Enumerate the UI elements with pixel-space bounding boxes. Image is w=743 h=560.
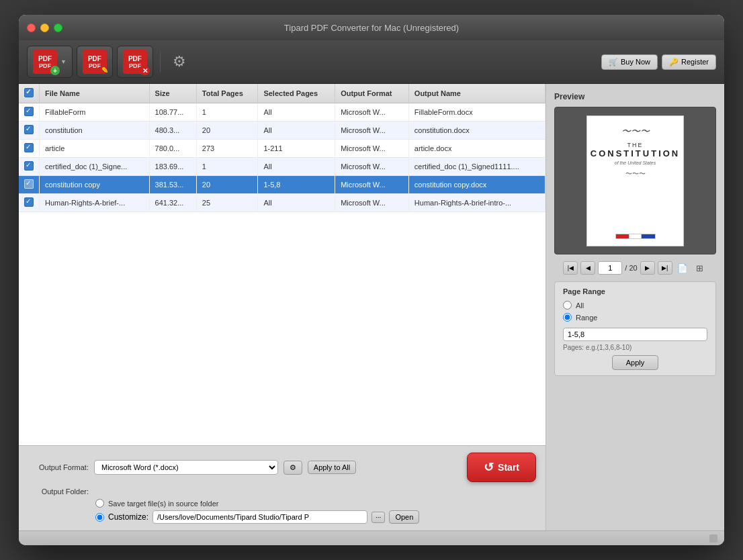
col-header-filename: File Name bbox=[40, 84, 150, 103]
register-button[interactable]: 🔑 Register bbox=[662, 54, 716, 70]
all-radio[interactable] bbox=[563, 301, 572, 310]
table-row[interactable]: article780.0...2731-211Microsoft W...art… bbox=[19, 140, 545, 158]
range-option: Range bbox=[563, 313, 707, 322]
row-cell: constitution copy bbox=[40, 176, 150, 194]
page-number-input[interactable] bbox=[598, 261, 622, 275]
row-cell: article bbox=[40, 140, 150, 158]
close-button[interactable] bbox=[27, 24, 36, 32]
row-cell: Microsoft W... bbox=[335, 158, 409, 176]
row-checkbox[interactable] bbox=[24, 107, 34, 116]
traffic-lights bbox=[27, 24, 62, 32]
format-settings-button[interactable]: ⚙ bbox=[283, 461, 302, 475]
row-cell: All bbox=[258, 122, 335, 140]
file-table: File Name Size Total Pages Selected Page… bbox=[19, 84, 545, 445]
minimize-button[interactable] bbox=[40, 24, 49, 32]
start-button[interactable]: ↺ Start bbox=[467, 453, 536, 482]
row-cell: FillableForm bbox=[40, 103, 150, 122]
row-cell: 1-5,8 bbox=[258, 176, 335, 194]
row-cell: Human-Rights-A-brief-... bbox=[40, 194, 150, 212]
document-grid-icon[interactable]: ⊞ bbox=[693, 261, 707, 275]
window-title: Tipard PDF Converter for Mac (Unregister… bbox=[284, 23, 459, 33]
top-right-buttons: 🛒 Buy Now 🔑 Register bbox=[601, 54, 716, 70]
row-checkbox[interactable] bbox=[24, 125, 34, 134]
row-cell: 1 bbox=[196, 103, 258, 122]
preview-label: Preview bbox=[554, 92, 716, 101]
flag-red bbox=[616, 234, 629, 238]
edit-pdf-icon: PDF ✎ bbox=[83, 50, 107, 74]
settings-pdf-button[interactable]: PDF ✕ bbox=[117, 46, 153, 78]
buy-now-button[interactable]: 🛒 Buy Now bbox=[601, 54, 658, 70]
open-button[interactable]: Open bbox=[389, 510, 419, 524]
main-content: File Name Size Total Pages Selected Page… bbox=[19, 84, 724, 530]
row-cell: All bbox=[258, 194, 335, 212]
row-checkbox[interactable] bbox=[24, 179, 34, 189]
add-pdf-button[interactable]: PDF + ▼ bbox=[27, 46, 73, 78]
edit-pdf-button[interactable]: PDF ✎ bbox=[77, 46, 113, 78]
browse-button[interactable]: ··· bbox=[372, 512, 385, 523]
range-hint: Pages: e.g.(1,3,6,8-10) bbox=[563, 344, 707, 351]
customize-radio[interactable] bbox=[95, 513, 104, 522]
row-cell: Microsoft W... bbox=[335, 176, 409, 194]
table-row[interactable]: constitution480.3...20AllMicrosoft W...c… bbox=[19, 122, 545, 140]
row-checkbox-cell bbox=[19, 158, 40, 176]
prev-page-button[interactable]: ◀ bbox=[580, 261, 595, 275]
row-cell: constitution.docx bbox=[408, 122, 545, 140]
table-row[interactable]: constitution copy381.53...201-5,8Microso… bbox=[19, 176, 545, 194]
flag-blue bbox=[642, 234, 654, 238]
output-format-select[interactable]: Microsoft Word (*.docx) bbox=[94, 460, 278, 475]
table-row[interactable]: FillableForm108.77...1AllMicrosoft W...F… bbox=[19, 103, 545, 122]
document-view-icon[interactable]: 📄 bbox=[675, 261, 690, 275]
customize-row: Customize: ··· Open bbox=[95, 510, 536, 524]
preview-section: Preview 〜〜〜 THE CONSTITUTION of the Unit… bbox=[554, 92, 716, 275]
row-cell: 381.53... bbox=[149, 176, 196, 194]
bottom-panel: Output Format: Microsoft Word (*.docx) ⚙… bbox=[19, 445, 545, 530]
first-page-button[interactable]: |◀ bbox=[563, 261, 578, 275]
range-label: Range bbox=[576, 314, 597, 322]
constitution-ornament-bottom: 〜〜〜 bbox=[625, 169, 646, 179]
header-checkbox[interactable] bbox=[24, 88, 34, 97]
row-cell: 273 bbox=[196, 140, 258, 158]
col-header-checkbox bbox=[19, 84, 40, 103]
next-page-button[interactable]: ▶ bbox=[640, 261, 655, 275]
range-input[interactable] bbox=[563, 328, 707, 341]
row-checkbox[interactable] bbox=[24, 197, 34, 207]
row-cell: Microsoft W... bbox=[335, 122, 409, 140]
start-btn-wrapper: ↺ Start bbox=[361, 453, 536, 482]
row-checkbox[interactable] bbox=[24, 143, 34, 152]
range-radio[interactable] bbox=[563, 313, 572, 322]
output-format-row: Output Format: Microsoft Word (*.docx) ⚙… bbox=[28, 453, 536, 482]
row-cell: 780.0... bbox=[149, 140, 196, 158]
row-checkbox-cell bbox=[19, 140, 40, 158]
row-cell: 20 bbox=[196, 176, 258, 194]
row-checkbox-cell bbox=[19, 103, 40, 122]
edit-badge-icon: ✎ bbox=[100, 66, 110, 75]
row-checkbox-cell bbox=[19, 122, 40, 140]
path-input[interactable] bbox=[152, 510, 367, 524]
save-source-radio[interactable] bbox=[95, 499, 104, 508]
add-dropdown-arrow: ▼ bbox=[60, 58, 67, 65]
table-row[interactable]: Human-Rights-A-brief-...641.32...25AllMi… bbox=[19, 194, 545, 212]
maximize-button[interactable] bbox=[54, 24, 62, 32]
settings-badge-icon: ✕ bbox=[140, 66, 150, 75]
save-source-row: Save target file(s) in source folder bbox=[95, 499, 536, 508]
apply-button[interactable]: Apply bbox=[612, 355, 659, 370]
row-cell: All bbox=[258, 103, 335, 122]
title-bar: Tipard PDF Converter for Mac (Unregister… bbox=[19, 15, 724, 40]
output-format-label: Output Format: bbox=[28, 463, 89, 471]
status-bar bbox=[19, 530, 724, 545]
add-badge-icon: + bbox=[50, 66, 60, 75]
settings-pdf-icon: PDF ✕ bbox=[123, 50, 147, 74]
row-cell: Human-Rights-A-brief-intro-... bbox=[408, 194, 545, 212]
add-pdf-icon: PDF + bbox=[33, 50, 57, 74]
resize-handle[interactable] bbox=[709, 534, 717, 543]
constitution-preview: 〜〜〜 THE CONSTITUTION of the United State… bbox=[594, 126, 676, 179]
apply-to-all-button[interactable]: Apply to All bbox=[308, 461, 356, 474]
all-range-option: All bbox=[563, 301, 707, 310]
last-page-button[interactable]: ▶| bbox=[658, 261, 672, 275]
output-folder-label: Output Folder: bbox=[28, 487, 89, 496]
table-header-row: File Name Size Total Pages Selected Page… bbox=[19, 84, 545, 103]
row-cell: certified_doc (1)_Signed1111.... bbox=[408, 158, 545, 176]
table-row[interactable]: certified_doc (1)_Signe...183.69...1AllM… bbox=[19, 158, 545, 176]
gear-icon[interactable]: ⚙ bbox=[167, 50, 191, 74]
row-checkbox[interactable] bbox=[24, 161, 34, 171]
